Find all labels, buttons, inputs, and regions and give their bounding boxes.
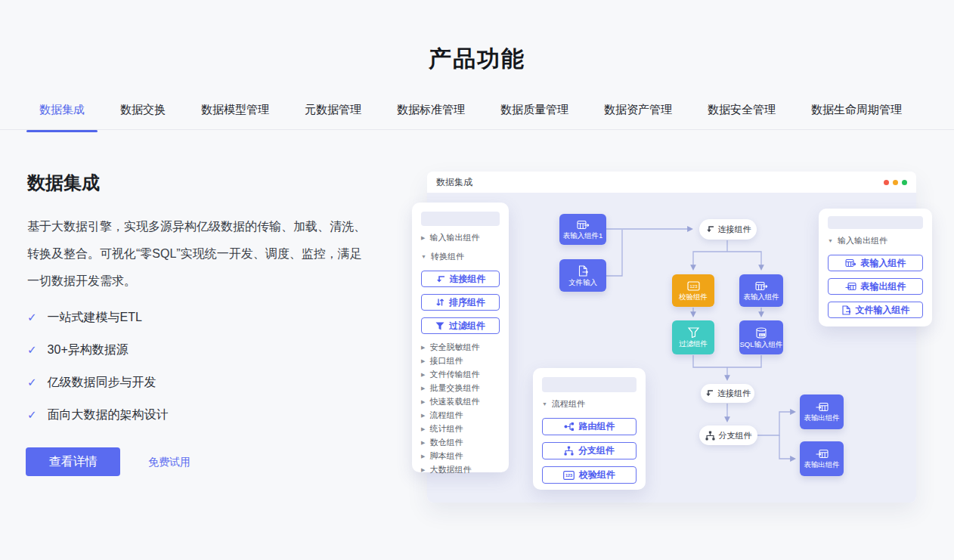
check-123-icon: 123: [687, 281, 700, 291]
group-big-data[interactable]: ▶大数据组件: [421, 463, 500, 476]
group-label: 流程组件: [552, 398, 585, 410]
node-label: 表输入组件1: [563, 232, 603, 240]
file-input-icon: [841, 305, 851, 315]
list-item: ✓ 亿级数据同步与开发: [27, 375, 169, 390]
group-process[interactable]: ▶流程组件: [421, 408, 500, 422]
node-sql-input[interactable]: SQL SQL输入组件: [739, 320, 783, 354]
tab-data-lifecycle-management[interactable]: 数据生命周期管理: [798, 101, 915, 129]
tab-data-asset-management[interactable]: 数据资产管理: [591, 101, 685, 129]
tab-data-exchange[interactable]: 数据交换: [107, 101, 178, 129]
elbow-connector-icon: [705, 225, 714, 234]
bullet-label: 亿级数据同步与开发: [48, 375, 156, 391]
search-input[interactable]: [828, 216, 923, 229]
page-title: 产品功能: [0, 44, 954, 75]
connect-component-button[interactable]: 连接组件: [421, 271, 500, 287]
group-label: 大数据组件: [429, 464, 471, 475]
free-trial-link[interactable]: 免费试用: [148, 456, 190, 469]
node-table-input-2[interactable]: 表输入组件: [739, 274, 783, 307]
check-123-icon: 123: [563, 471, 575, 480]
group-security-masking[interactable]: ▶安全脱敏组件: [421, 340, 500, 354]
tab-data-integration[interactable]: 数据集成: [26, 101, 98, 129]
group-file-transfer[interactable]: ▶文件传输组件: [421, 367, 500, 381]
group-process-components[interactable]: ▼ 流程组件: [542, 397, 637, 411]
list-item: ✓ 30+异构数据源: [27, 342, 169, 357]
branch-icon: [564, 446, 574, 456]
node-label: 文件输入: [568, 279, 597, 286]
node-verify[interactable]: 123 校验组件: [672, 274, 714, 307]
funnel-icon: [688, 327, 699, 338]
group-script[interactable]: ▶脚本组件: [421, 449, 500, 463]
filter-component-button[interactable]: 过滤组件: [421, 317, 500, 334]
pill-branch[interactable]: 分支组件: [699, 425, 757, 445]
tab-data-security-management[interactable]: 数据安全管理: [695, 101, 788, 129]
table-input-component-button[interactable]: 表输入组件: [828, 255, 923, 271]
button-label: 排序组件: [449, 296, 485, 309]
file-input-component-button[interactable]: 文件输入组件: [828, 302, 923, 318]
check-icon: ✓: [27, 376, 37, 389]
node-label: 表输出组件: [804, 461, 840, 469]
route-component-button[interactable]: 路由组件: [542, 418, 637, 435]
button-label: 过滤组件: [449, 320, 485, 333]
feature-tabbar: 数据集成 数据交换 数据模型管理 元数据管理 数据标准管理 数据质量管理 数据资…: [0, 101, 954, 130]
check-icon: ✓: [27, 408, 37, 422]
check-icon: ✓: [27, 343, 37, 357]
app-window-titlebar: 数据集成: [427, 172, 916, 193]
table-output-component-button[interactable]: 表输出组件: [828, 278, 923, 295]
sort-component-button[interactable]: 排序组件: [421, 294, 500, 311]
group-data-warehouse[interactable]: ▶数仓组件: [421, 435, 500, 449]
group-fast-load[interactable]: ▶快速装载组件: [421, 394, 500, 408]
tab-data-model-management[interactable]: 数据模型管理: [188, 101, 282, 129]
tab-metadata-management[interactable]: 元数据管理: [292, 101, 374, 129]
svg-text:SQL: SQL: [760, 333, 765, 336]
app-window-title: 数据集成: [436, 176, 472, 189]
chevron-right-icon: ▶: [421, 345, 425, 350]
chevron-right-icon: ▶: [421, 413, 425, 418]
chevron-down-icon: ▼: [542, 401, 547, 407]
node-table-output-bottom[interactable]: 表输出组件: [800, 441, 844, 476]
button-label: 校验组件: [579, 469, 615, 481]
pill-label: 连接组件: [718, 224, 751, 235]
pill-connect-bottom[interactable]: 连接组件: [701, 384, 754, 403]
node-label: 过滤组件: [679, 340, 708, 348]
table-output-icon: [845, 282, 856, 291]
group-input-output-components[interactable]: ▼ 输入输出组件: [828, 234, 923, 248]
group-batch-exchange[interactable]: ▶批量交换组件: [421, 381, 500, 394]
verify-component-button[interactable]: 123 校验组件: [542, 466, 637, 484]
button-label: 路由组件: [579, 420, 615, 433]
chevron-right-icon: ▶: [421, 399, 425, 404]
branch-icon: [705, 431, 715, 441]
minimize-dot-icon: [893, 180, 898, 185]
tab-data-standard-management[interactable]: 数据标准管理: [384, 101, 478, 129]
elbow-connector-icon: [705, 389, 714, 398]
node-table-output-top[interactable]: 表输出组件: [800, 394, 844, 429]
group-input-output-components[interactable]: ▶ 输入输出组件: [421, 230, 500, 245]
chevron-down-icon: ▼: [421, 254, 426, 259]
pill-label: 连接组件: [717, 388, 751, 399]
pill-connect-top[interactable]: 连接组件: [699, 219, 757, 240]
component-group-list: ▶安全脱敏组件 ▶接口组件 ▶文件传输组件 ▶批量交换组件 ▶快速装载组件 ▶流…: [421, 340, 500, 476]
node-table-input-1[interactable]: 表输入组件1: [559, 214, 606, 245]
group-interface[interactable]: ▶接口组件: [421, 354, 500, 367]
node-filter[interactable]: 过滤组件: [672, 320, 714, 354]
feature-description: 基于大数据引擎，实现多源异构亿级数据的传输、加载、清洗、转换及整合。可视化“零S…: [27, 213, 369, 295]
view-details-button[interactable]: 查看详情: [26, 447, 120, 476]
search-input[interactable]: [542, 377, 637, 392]
group-label: 快速装载组件: [429, 396, 479, 407]
feature-bullet-list: ✓ 一站式建模与ETL ✓ 30+异构数据源 ✓ 亿级数据同步与开发 ✓ 面向大…: [27, 310, 169, 440]
chevron-right-icon: ▶: [421, 426, 425, 432]
tab-data-quality-management[interactable]: 数据质量管理: [488, 101, 581, 129]
chevron-right-icon: ▶: [421, 440, 425, 445]
group-label: 批量交换组件: [429, 382, 479, 394]
branch-component-button[interactable]: 分支组件: [542, 442, 637, 459]
route-icon: [564, 422, 575, 432]
list-item: ✓ 面向大数据的架构设计: [27, 407, 169, 422]
node-file-input[interactable]: 文件输入: [559, 259, 606, 292]
group-label: 转换组件: [431, 251, 464, 262]
node-label: SQL输入组件: [739, 341, 782, 348]
group-transform-components[interactable]: ▼ 转换组件: [421, 249, 500, 264]
component-panel-flow: ▼ 流程组件 路由组件 分支组件 123 校验组件: [533, 368, 646, 490]
group-label: 输入输出组件: [429, 232, 479, 243]
search-input[interactable]: [421, 212, 500, 226]
group-label: 文件传输组件: [429, 369, 479, 380]
group-statistics[interactable]: ▶统计组件: [421, 422, 500, 435]
